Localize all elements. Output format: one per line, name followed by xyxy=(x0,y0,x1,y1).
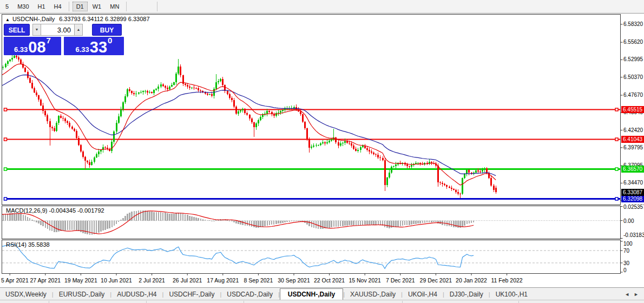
timeframe-toolbar: 5M30H1H4D1W1MN xyxy=(0,0,644,14)
statusbar-separator xyxy=(244,301,244,303)
chart-tab-xauusd-daily[interactable]: XAUUSD-,Daily xyxy=(345,289,401,300)
statusbar-separator xyxy=(146,301,147,303)
statusbar-separator xyxy=(402,301,403,303)
chart-tab-usdcnh-daily[interactable]: USDCNH-,Daily xyxy=(280,288,343,300)
date-axis-label: 11 Feb 2022 xyxy=(490,277,524,284)
chart-tab-ukoil-h4[interactable]: UKOil-,H4 xyxy=(403,289,443,300)
timeframe-button-w1[interactable]: W1 xyxy=(89,2,106,11)
price-level-badge: 6.32098 xyxy=(621,195,644,202)
tab-scroll-left-icon[interactable]: ◄ xyxy=(625,292,629,297)
buy-price-base: 6.33 xyxy=(76,46,89,54)
date-axis-label: 26 Jul 2021 xyxy=(170,277,205,284)
buy-price-pip: 0 xyxy=(108,37,112,44)
rsi-axis-tick: 30 xyxy=(623,260,629,266)
date-axis-label: 7 Dec 2021 xyxy=(383,277,418,284)
price-axis-tick: 6.47670 xyxy=(623,92,643,98)
ohlc-values: 6.33793 6.34112 6.32899 6.33087 xyxy=(59,16,149,22)
macd-axis-tick: 0.00 xyxy=(623,218,634,224)
buy-price-digits: 33 xyxy=(90,41,107,54)
collapse-icon[interactable]: ▲ xyxy=(5,17,10,22)
toolbar-separator xyxy=(69,2,69,11)
status-bar xyxy=(0,300,644,303)
sell-price-base: 6.33 xyxy=(14,46,28,54)
current-price-badge: 6.33087 xyxy=(621,189,644,196)
timeframe-button-h1[interactable]: H1 xyxy=(34,2,49,11)
sell-button[interactable]: SELL xyxy=(4,24,30,36)
chart-tab-uk100-h1[interactable]: UK100-,H1 xyxy=(490,289,533,300)
timeframe-button-mn[interactable]: MN xyxy=(106,2,123,11)
volume-decrease-icon[interactable]: ▼ xyxy=(32,24,41,36)
sell-price-digits: 08 xyxy=(28,41,45,54)
one-click-trade-widget: SELL ▼ 3.00 ▲ BUY 6.33 08 7 6.33 33 0 xyxy=(4,24,124,55)
price-axis-tick: 6.34470 xyxy=(623,180,643,186)
rsi-axis-tick: 70 xyxy=(623,248,629,254)
price-axis-tick: 6.50370 xyxy=(623,74,643,80)
date-axis-label: 22 Oct 2021 xyxy=(312,277,347,284)
chart-tab-usdchf-daily[interactable]: USDCHF-,Daily xyxy=(163,289,220,300)
price-axis-tick: 6.42420 xyxy=(623,127,643,133)
chart-tab-audusd-h4[interactable]: AUDUSD-,H4 xyxy=(111,289,162,300)
trading-terminal: 5M30H1H4D1W1MN ▲USDCNH-,Daily6.33793 6.3… xyxy=(0,0,644,303)
price-level-badge: 6.45515 xyxy=(621,106,644,113)
toolbar-separator xyxy=(157,2,157,11)
macd-axis-tick: 0.025357 xyxy=(623,204,644,210)
toolbar-separator xyxy=(126,2,127,11)
sell-price-pip: 7 xyxy=(47,37,51,44)
chart-tab-dj30-daily[interactable]: DJ30-,Daily xyxy=(444,289,489,300)
chart-tab-usdcad-daily[interactable]: USDCAD-,Daily xyxy=(221,289,278,300)
date-axis-label: 27 Apr 2021 xyxy=(28,277,63,284)
price-axis-tick: 6.55620 xyxy=(623,39,643,45)
date-axis-label: 2 Jul 2021 xyxy=(135,277,169,284)
symbol-header: ▲USDCNH-,Daily6.33793 6.34112 6.32899 6.… xyxy=(5,16,150,22)
chart-tab-usdx-weekly[interactable]: USDX,Weekly xyxy=(0,289,52,300)
macd-indicator-label: MACD(12,26,9) -0.004345 -0.001792 xyxy=(6,207,104,214)
timeframe-button-h4[interactable]: H4 xyxy=(50,2,65,11)
date-axis-label: 17 Aug 2021 xyxy=(206,277,240,284)
buy-button[interactable]: BUY xyxy=(92,24,122,36)
statusbar-separator xyxy=(518,301,519,303)
symbol-name: USDCNH-,Daily xyxy=(12,16,55,22)
price-level-badge: 6.41043 xyxy=(621,136,644,143)
volume-increase-icon[interactable]: ▲ xyxy=(74,24,83,36)
date-axis-label: 29 Dec 2021 xyxy=(418,277,453,284)
timeframe-button-5[interactable]: 5 xyxy=(2,2,12,11)
price-axis-tick: 6.39795 xyxy=(623,144,643,150)
tab-scroll-arrows: ◄► xyxy=(625,292,644,300)
buy-price-display: 6.33 33 0 xyxy=(64,37,124,55)
price-axis-tick: 6.58320 xyxy=(623,21,643,27)
chart-tab-eurusd-daily[interactable]: EURUSD-,Daily xyxy=(54,289,110,300)
timeframe-button-d1[interactable]: D1 xyxy=(73,2,88,11)
statusbar-separator xyxy=(49,301,49,303)
rsi-axis-tick: 0 xyxy=(623,267,627,273)
price-level-badge: 6.36570 xyxy=(621,166,644,173)
date-axis-label: 8 Sep 2021 xyxy=(241,277,275,284)
macd-axis-tick: -0.03183 xyxy=(623,232,644,238)
rsi-indicator-label: RSI(14) 35.5838 xyxy=(6,241,50,248)
date-axis-label: 15 Nov 2021 xyxy=(347,277,382,284)
date-axis-label: 19 May 2021 xyxy=(63,277,98,284)
volume-stepper: ▼ 3.00 ▲ xyxy=(32,24,83,36)
chart-tab-bar: USDX,Weekly|EURUSD-,Daily|AUDUSD-,H4|USD… xyxy=(0,287,644,300)
date-axis-label: 20 Jan 2022 xyxy=(454,277,489,284)
date-axis-label: 10 Jun 2021 xyxy=(99,277,134,284)
tab-scroll-right-icon[interactable]: ► xyxy=(634,292,639,297)
timeframe-button-m30[interactable]: M30 xyxy=(14,2,32,11)
price-axis-tick: 6.52995 xyxy=(623,56,643,62)
date-axis-label: 30 Sep 2021 xyxy=(277,277,311,284)
volume-field[interactable]: 3.00 xyxy=(41,24,74,36)
rsi-axis-tick: 100 xyxy=(623,241,633,247)
sell-price-display: 6.33 08 7 xyxy=(4,37,61,55)
